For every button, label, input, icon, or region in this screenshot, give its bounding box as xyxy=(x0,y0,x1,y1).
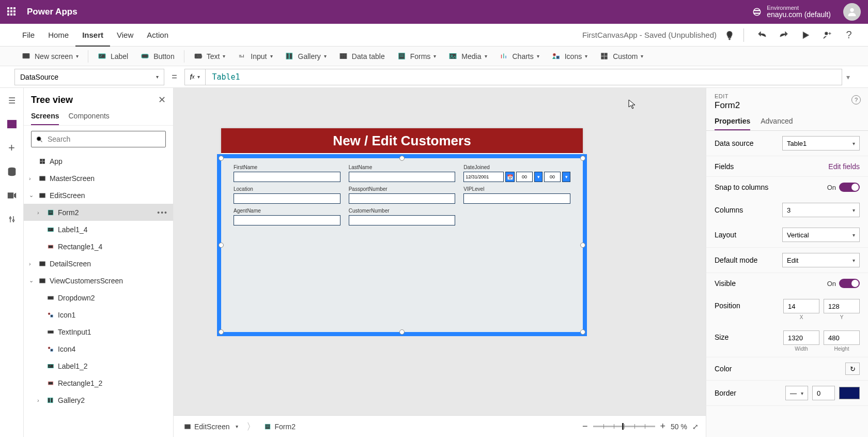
calendar-icon[interactable]: 📅 xyxy=(505,172,515,182)
size-height-input[interactable] xyxy=(824,330,860,345)
rail-data-icon[interactable] xyxy=(6,165,18,178)
color-reset-button[interactable]: ↻ xyxy=(845,363,860,375)
resize-handle[interactable] xyxy=(580,156,585,161)
size-width-input[interactable] xyxy=(783,330,819,345)
ribbon-label[interactable]: Label xyxy=(91,47,134,66)
close-icon[interactable]: ✕ xyxy=(158,94,166,106)
date-input[interactable]: 12/31/2001 xyxy=(463,172,504,182)
tree-node-dropdown2[interactable]: Dropdown2 xyxy=(24,289,173,306)
tree-node-textinput1[interactable]: TextInput1 xyxy=(24,323,173,340)
ribbon-new-screen[interactable]: New screen▾ xyxy=(16,47,85,66)
rail-tools-icon[interactable] xyxy=(6,213,18,225)
menu-view[interactable]: View xyxy=(110,24,140,47)
share-icon[interactable] xyxy=(818,26,836,44)
tree-node-icon1[interactable]: Icon1 xyxy=(24,306,173,323)
ribbon-icons[interactable]: Icons▾ xyxy=(546,47,594,66)
edit-fields-link[interactable]: Edit fields xyxy=(828,162,860,171)
field-agentname[interactable]: AgentName xyxy=(234,208,340,225)
formula-expand-icon[interactable]: ▾ xyxy=(842,73,854,81)
fit-screen-icon[interactable]: ⤢ xyxy=(692,423,699,431)
zoom-in-button[interactable]: + xyxy=(660,421,666,432)
resize-handle[interactable] xyxy=(399,156,405,161)
resize-handle[interactable] xyxy=(219,243,224,248)
menu-insert[interactable]: Insert xyxy=(75,24,110,47)
form2-selection[interactable]: FirstName LastName DateJoined 12/31/2001… xyxy=(217,154,587,336)
play-icon[interactable] xyxy=(797,26,814,44)
chevron-down-icon[interactable]: ▾ xyxy=(562,172,570,182)
tab-components[interactable]: Components xyxy=(68,109,109,125)
tree-node-gallery2[interactable]: ›Gallery2 xyxy=(24,391,173,409)
snap-toggle[interactable] xyxy=(839,183,860,192)
breadcrumb-screen[interactable]: EditScreen▾ xyxy=(181,423,241,431)
redo-icon[interactable] xyxy=(775,26,793,44)
tab-advanced[interactable]: Advanced xyxy=(761,115,793,130)
app-launcher-icon[interactable] xyxy=(7,7,17,17)
tree-node-form2[interactable]: ›Form2••• xyxy=(24,204,173,221)
layout-select[interactable]: Vertical▾ xyxy=(782,228,860,242)
tree-node-rectangle1-4[interactable]: Rectangle1_4 xyxy=(24,238,173,255)
position-y-input[interactable] xyxy=(824,299,860,313)
border-style-select[interactable]: —▾ xyxy=(785,386,808,400)
ribbon-custom[interactable]: Custom▾ xyxy=(594,47,649,66)
field-lastname[interactable]: LastName xyxy=(349,164,456,182)
help-icon[interactable]: ? xyxy=(851,95,861,104)
ribbon-text[interactable]: AbcText▾ xyxy=(188,47,232,66)
help-icon[interactable]: ? xyxy=(840,26,858,44)
menu-action[interactable]: Action xyxy=(140,24,175,47)
tree-node-icon4[interactable]: Icon4 xyxy=(24,340,173,357)
rail-add-icon[interactable]: + xyxy=(6,142,18,154)
tree-search[interactable] xyxy=(31,131,166,147)
more-icon[interactable]: ••• xyxy=(157,208,168,217)
canvas-screen[interactable]: New / Edit Customers FirstName LastName … xyxy=(221,128,583,330)
field-passport[interactable]: PassportNumber xyxy=(349,186,456,204)
rail-media-icon[interactable] xyxy=(6,189,18,202)
property-selector[interactable]: DataSource▾ xyxy=(14,69,164,85)
tree-node-label1-2[interactable]: Label1_2 xyxy=(24,357,173,374)
undo-icon[interactable] xyxy=(753,26,771,44)
chevron-down-icon[interactable]: ▾ xyxy=(534,172,542,182)
position-x-input[interactable] xyxy=(783,299,819,313)
tree-node-master-screen[interactable]: ›MasterScreen xyxy=(24,170,173,187)
ribbon-forms[interactable]: Forms▾ xyxy=(391,47,443,66)
menu-file[interactable]: File xyxy=(16,24,41,47)
data-source-select[interactable]: Table1▾ xyxy=(782,136,860,150)
border-width-input[interactable] xyxy=(812,386,835,400)
visible-toggle[interactable] xyxy=(839,279,860,288)
fx-button[interactable]: fx▾ xyxy=(184,69,206,85)
tree-node-label1-4[interactable]: Label1_4 xyxy=(24,221,173,238)
field-customernumber[interactable]: CustomerNumber xyxy=(349,208,456,225)
ribbon-gallery[interactable]: Gallery▾ xyxy=(279,47,333,66)
tree-node-view-customers-screen[interactable]: ⌄ViewCustomersScreen xyxy=(24,272,173,289)
ribbon-media[interactable]: Media▾ xyxy=(442,47,493,66)
field-viplevel[interactable]: VIPLevel xyxy=(463,186,570,204)
resize-handle[interactable] xyxy=(219,156,224,161)
field-location[interactable]: Location xyxy=(234,186,340,204)
hour-select[interactable]: 00 xyxy=(516,172,533,182)
ribbon-input[interactable]: Input▾ xyxy=(231,47,278,66)
app-checker-icon[interactable] xyxy=(721,26,738,44)
tree-search-input[interactable] xyxy=(48,135,161,143)
user-avatar[interactable] xyxy=(843,3,861,21)
formula-input[interactable] xyxy=(205,69,842,85)
resize-handle[interactable] xyxy=(580,329,585,335)
tree-node-detail-screen[interactable]: ›DetailScreen xyxy=(24,255,173,272)
ribbon-button[interactable]: Button xyxy=(134,47,180,66)
tree-node-edit-screen[interactable]: ⌄EditScreen xyxy=(24,187,173,204)
zoom-slider[interactable] xyxy=(593,426,655,427)
menu-home[interactable]: Home xyxy=(41,24,75,47)
minute-select[interactable]: 00 xyxy=(544,172,561,182)
field-datejoined[interactable]: DateJoined 12/31/2001 📅 00 ▾ 00 ▾ xyxy=(463,164,570,182)
rail-tree-view-icon[interactable] xyxy=(6,118,18,130)
border-color-swatch[interactable] xyxy=(839,387,860,399)
resize-handle[interactable] xyxy=(399,329,405,335)
zoom-thumb[interactable] xyxy=(622,423,624,430)
resize-handle[interactable] xyxy=(219,329,224,335)
zoom-out-button[interactable]: − xyxy=(582,421,588,432)
default-mode-select[interactable]: Edit▾ xyxy=(782,253,860,267)
breadcrumb-control[interactable]: Form2 xyxy=(261,423,298,431)
tab-screens[interactable]: Screens xyxy=(31,109,59,125)
tree-node-app[interactable]: App xyxy=(24,153,173,170)
rail-hamburger-icon[interactable]: ☰ xyxy=(6,94,18,107)
ribbon-data-table[interactable]: Data table xyxy=(333,47,391,66)
tree-node-rectangle1-2[interactable]: Rectangle1_2 xyxy=(24,374,173,391)
